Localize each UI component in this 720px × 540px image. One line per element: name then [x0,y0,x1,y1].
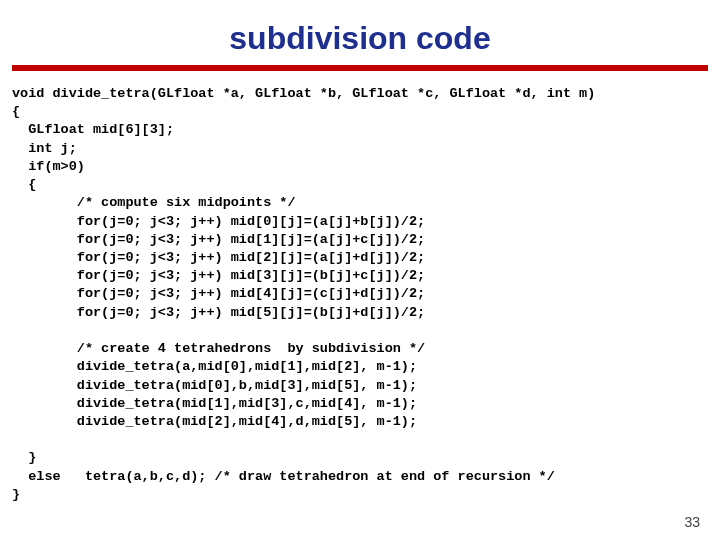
code-block: void divide_tetra(GLfloat *a, GLfloat *b… [12,85,708,504]
title-underline [12,65,708,71]
slide: subdivision code void divide_tetra(GLflo… [0,0,720,540]
slide-title: subdivision code [12,20,708,57]
page-number: 33 [684,514,700,530]
